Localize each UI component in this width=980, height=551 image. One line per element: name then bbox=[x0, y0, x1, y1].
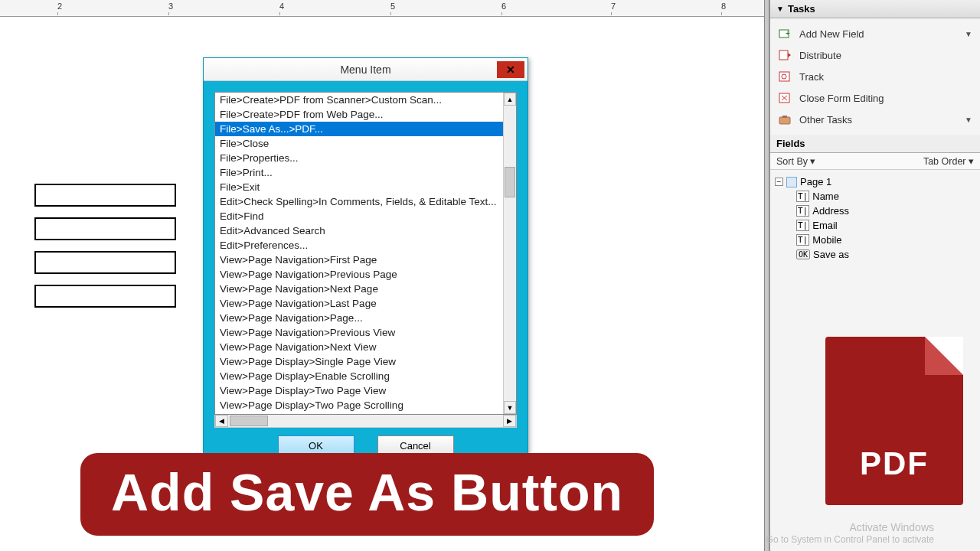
splitter[interactable] bbox=[764, 0, 769, 551]
close-icon[interactable]: ✕ bbox=[497, 61, 524, 78]
list-item[interactable]: File>Create>PDF from Scanner>Custom Scan… bbox=[215, 93, 503, 107]
ruler-mark: 7 bbox=[611, 2, 616, 11]
field-node[interactable]: T|Address bbox=[796, 204, 975, 218]
form-field[interactable] bbox=[34, 251, 176, 274]
expander-icon[interactable]: − bbox=[775, 178, 783, 186]
task-icon bbox=[778, 70, 792, 83]
page-icon bbox=[786, 177, 797, 187]
field-label: Mobile bbox=[812, 234, 841, 246]
field-node[interactable]: T|Mobile bbox=[796, 233, 975, 247]
list-item[interactable]: File>Close bbox=[215, 136, 503, 151]
ruler-mark: 3 bbox=[168, 2, 173, 11]
scroll-right-icon[interactable]: ▶ bbox=[503, 415, 516, 427]
text-field-icon: T| bbox=[796, 205, 809, 217]
fields-toolbar: Sort By ▾ Tab Order ▾ bbox=[770, 153, 980, 170]
overlay-banner: Add Save As Button bbox=[80, 453, 654, 536]
task-icon bbox=[778, 91, 792, 105]
list-item[interactable]: View>Page Display>Two Page View bbox=[215, 383, 503, 398]
svg-rect-6 bbox=[779, 117, 790, 124]
scroll-up-icon[interactable]: ▲ bbox=[504, 93, 516, 106]
task-label: Distribute bbox=[799, 50, 841, 61]
svg-rect-3 bbox=[779, 72, 789, 81]
task-label: Other Tasks bbox=[799, 114, 852, 126]
scroll-thumb[interactable] bbox=[505, 167, 515, 197]
form-field[interactable] bbox=[34, 184, 176, 207]
list-item[interactable]: View>Page Navigation>Page... bbox=[215, 311, 503, 325]
list-item[interactable]: Edit>Preferences... bbox=[215, 238, 503, 253]
scroll-thumb[interactable] bbox=[230, 416, 268, 426]
fields-panel-header[interactable]: Fields bbox=[770, 135, 980, 153]
pdf-badge: PDF bbox=[825, 337, 963, 505]
activation-watermark: Activate Windows Go to System in Control… bbox=[766, 520, 934, 546]
listbox[interactable]: File>Create>PDF from Scanner>Custom Scan… bbox=[215, 93, 503, 414]
form-field[interactable] bbox=[34, 217, 176, 240]
dialog-titlebar[interactable]: Menu Item ✕ bbox=[204, 58, 528, 81]
page-label: Page 1 bbox=[800, 176, 831, 187]
list-item[interactable]: View>Page Display>Two Page Scrolling bbox=[215, 398, 503, 412]
scroll-left-icon[interactable]: ◀ bbox=[215, 415, 228, 427]
scroll-track[interactable] bbox=[504, 106, 516, 401]
ruler-mark: 8 bbox=[721, 2, 726, 11]
task-label: Track bbox=[799, 71, 824, 83]
form-field[interactable] bbox=[34, 285, 176, 308]
scroll-down-icon[interactable]: ▼ bbox=[504, 401, 516, 414]
tree-children: T|NameT|AddressT|EmailT|MobileOKSave as bbox=[775, 189, 975, 262]
horizontal-ruler: 2 3 4 5 6 7 8 bbox=[0, 0, 769, 17]
pdf-badge-text: PDF bbox=[860, 445, 929, 482]
list-item[interactable]: File>Create>PDF from Web Page... bbox=[215, 107, 503, 122]
task-icon: + bbox=[778, 27, 792, 41]
field-node[interactable]: OKSave as bbox=[796, 247, 975, 262]
list-item[interactable]: File>Print... bbox=[215, 165, 503, 180]
list-item[interactable]: View>Page Display>Enable Scrolling bbox=[215, 369, 503, 383]
tasks-panel-header[interactable]: ▼ Tasks bbox=[770, 0, 980, 18]
field-label: Address bbox=[812, 205, 849, 217]
form-fields-group bbox=[34, 184, 176, 318]
list-item[interactable]: Edit>Check Spelling>In Comments, Fields,… bbox=[215, 194, 503, 209]
task-icon bbox=[778, 112, 792, 126]
task-item-other-tasks[interactable]: Other Tasks▼ bbox=[770, 109, 980, 130]
task-item-add-new-field[interactable]: +Add New Field▼ bbox=[770, 23, 980, 44]
svg-text:+: + bbox=[786, 29, 790, 37]
list-item[interactable]: View>Page Navigation>Last Page bbox=[215, 296, 503, 311]
field-label: Save as bbox=[813, 249, 849, 260]
list-item[interactable]: File>Exit bbox=[215, 180, 503, 194]
field-node[interactable]: T|Name bbox=[796, 189, 975, 204]
chevron-down-icon[interactable]: ▼ bbox=[965, 30, 972, 38]
task-item-close-form-editing[interactable]: Close Form Editing bbox=[770, 87, 980, 109]
list-item[interactable]: View>Page Navigation>Next View bbox=[215, 340, 503, 354]
list-item[interactable]: View>Page Navigation>Previous View bbox=[215, 325, 503, 340]
svg-rect-2 bbox=[779, 51, 788, 60]
vertical-scrollbar[interactable]: ▲ ▼ bbox=[503, 93, 516, 414]
field-label: Email bbox=[812, 220, 838, 231]
list-item[interactable]: Edit>Find bbox=[215, 209, 503, 223]
list-item[interactable]: File>Properties... bbox=[215, 151, 503, 165]
fields-title: Fields bbox=[776, 138, 805, 149]
list-item[interactable]: File>Save As...>PDF... bbox=[215, 122, 503, 136]
scroll-track[interactable] bbox=[228, 415, 503, 427]
ruler-mark: 6 bbox=[501, 2, 506, 11]
list-item[interactable]: Edit>Advanced Search bbox=[215, 223, 503, 238]
sort-by-dropdown[interactable]: Sort By ▾ bbox=[776, 155, 815, 167]
list-item[interactable]: View>Page Navigation>Previous Page bbox=[215, 267, 503, 282]
list-item[interactable]: View>Page Navigation>First Page bbox=[215, 253, 503, 267]
horizontal-scrollbar[interactable]: ◀ ▶ bbox=[214, 415, 517, 428]
list-item[interactable]: View>Zoom>Zoom To... bbox=[215, 412, 503, 414]
tree-page-node[interactable]: − Page 1 bbox=[775, 174, 975, 189]
chevron-down-icon[interactable]: ▼ bbox=[965, 116, 972, 124]
watermark-line: Go to System in Control Panel to activat… bbox=[766, 534, 934, 546]
list-item[interactable]: View>Page Display>Single Page View bbox=[215, 354, 503, 369]
field-node[interactable]: T|Email bbox=[796, 218, 975, 233]
task-item-track[interactable]: Track bbox=[770, 66, 980, 87]
tasks-list: +Add New Field▼DistributeTrackClose Form… bbox=[770, 18, 980, 135]
tab-order-dropdown[interactable]: Tab Order ▾ bbox=[923, 155, 974, 167]
menu-item-dialog: Menu Item ✕ File>Create>PDF from Scanner… bbox=[203, 57, 528, 470]
ruler-mark: 4 bbox=[279, 2, 284, 11]
dialog-body: File>Create>PDF from Scanner>Custom Scan… bbox=[204, 81, 528, 469]
list-item[interactable]: View>Page Navigation>Next Page bbox=[215, 282, 503, 296]
collapse-icon[interactable]: ▼ bbox=[776, 5, 784, 13]
task-item-distribute[interactable]: Distribute bbox=[770, 44, 980, 66]
field-label: Name bbox=[812, 191, 839, 202]
text-field-icon: T| bbox=[796, 234, 809, 246]
dialog-title: Menu Item bbox=[340, 64, 390, 76]
svg-rect-7 bbox=[782, 116, 787, 118]
